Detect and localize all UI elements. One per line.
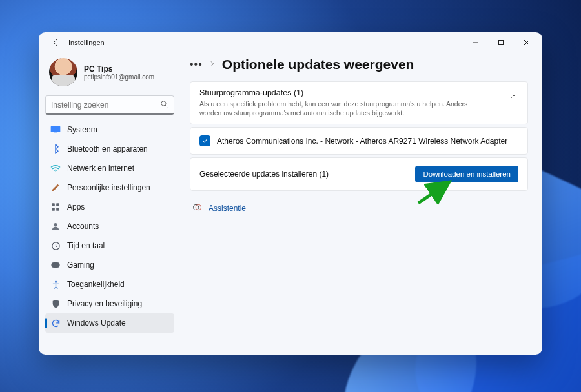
update-checkbox[interactable]	[199, 135, 210, 146]
help-icon	[192, 202, 202, 214]
chevron-right-icon	[209, 60, 216, 69]
sidebar-item-wifi[interactable]: Netwerk en internet	[45, 159, 174, 178]
sidebar-item-label: Windows Update	[67, 318, 126, 328]
install-card: Geselecteerde updates installeren (1) Do…	[190, 157, 528, 191]
assistance-link[interactable]: Assistentie	[209, 204, 246, 213]
sidebar-item-label: Privacy en beveiliging	[67, 299, 142, 308]
access-icon	[50, 279, 61, 289]
person-icon	[50, 221, 61, 231]
wifi-icon	[50, 163, 61, 173]
sidebar-item-brush[interactable]: Persoonlijke instellingen	[45, 178, 174, 197]
sidebar-item-label: Tijd en taal	[67, 241, 105, 250]
svg-rect-8	[56, 208, 59, 211]
sidebar-item-access[interactable]: Toegankelijkheid	[45, 275, 174, 294]
sidebar-item-bluetooth[interactable]: Bluetooth en apparaten	[45, 139, 174, 159]
help-link-row: Assistentie	[190, 202, 528, 214]
sidebar-item-person[interactable]: Accounts	[45, 217, 174, 236]
brush-icon	[50, 182, 61, 193]
svg-rect-0	[499, 41, 504, 45]
search-input[interactable]	[51, 101, 156, 110]
sidebar: PC Tips pctipsinfo01@gmail.com SysteemBl…	[39, 53, 181, 355]
sidebar-item-label: Netwerk en internet	[67, 164, 134, 173]
profile-block[interactable]: PC Tips pctipsinfo01@gmail.com	[45, 57, 174, 92]
search-icon	[160, 100, 168, 110]
svg-rect-5	[52, 203, 55, 206]
clock-icon	[50, 240, 61, 251]
svg-rect-11	[51, 262, 59, 268]
avatar	[49, 58, 77, 86]
breadcrumb-more-button[interactable]: •••	[190, 59, 203, 70]
back-button[interactable]	[46, 34, 65, 52]
sidebar-item-system[interactable]: Systeem	[45, 120, 174, 139]
svg-point-4	[55, 171, 56, 172]
maximize-button[interactable]	[488, 32, 514, 53]
sidebar-item-label: Systeem	[67, 125, 97, 134]
svg-rect-7	[52, 208, 55, 211]
close-button[interactable]	[514, 32, 540, 53]
minimize-button[interactable]	[462, 32, 488, 53]
section-header[interactable]: Stuurprogramma-updates (1) Als u een spe…	[190, 82, 527, 124]
shield-icon	[50, 299, 61, 309]
sidebar-item-game[interactable]: Gaming	[45, 255, 174, 275]
profile-email: pctipsinfo01@gmail.com	[84, 74, 154, 81]
sidebar-item-label: Bluetooth en apparaten	[67, 144, 148, 153]
game-icon	[50, 260, 61, 270]
svg-rect-6	[56, 203, 59, 206]
bluetooth-icon	[50, 144, 61, 154]
sidebar-item-update[interactable]: Windows Update	[45, 313, 174, 333]
svg-rect-2	[51, 126, 61, 132]
search-box[interactable]	[45, 95, 174, 115]
section-subtitle: Als u een specifiek probleem hebt, kan e…	[199, 99, 484, 117]
page-title: Optionele updates weergeven	[222, 57, 414, 72]
section-title: Stuurprogramma-updates (1)	[199, 88, 484, 97]
update-label: Atheros Communications Inc. - Network - …	[217, 137, 507, 146]
sidebar-item-label: Apps	[67, 202, 85, 211]
update-item-card: Atheros Communications Inc. - Network - …	[190, 127, 528, 155]
sidebar-item-label: Toegankelijkheid	[67, 280, 125, 289]
update-icon	[50, 318, 61, 328]
main-content: ••• Optionele updates weergeven Stuurpro…	[181, 53, 542, 355]
svg-point-12	[54, 280, 56, 282]
chevron-up-icon[interactable]	[509, 92, 518, 101]
sidebar-item-shield[interactable]: Privacy en beveiliging	[45, 294, 174, 313]
system-icon	[50, 124, 61, 135]
nav-list: SysteemBluetooth en apparatenNetwerk en …	[45, 120, 174, 333]
sidebar-item-label: Accounts	[67, 222, 99, 231]
breadcrumb: ••• Optionele updates weergeven	[190, 57, 528, 72]
window-title: Instellingen	[68, 39, 105, 46]
settings-window: Instellingen PC Tips pctipsinfo01@gmail.…	[39, 32, 542, 355]
apps-icon	[50, 202, 61, 212]
install-count-label: Geselecteerde updates installeren (1)	[199, 170, 329, 179]
sidebar-item-label: Gaming	[67, 260, 94, 270]
svg-point-9	[54, 223, 57, 226]
sidebar-item-apps[interactable]: Apps	[45, 197, 174, 217]
profile-name: PC Tips	[84, 64, 154, 74]
driver-updates-section: Stuurprogramma-updates (1) Als u een spe…	[190, 81, 528, 124]
sidebar-item-label: Persoonlijke instellingen	[67, 183, 150, 192]
sidebar-item-clock[interactable]: Tijd en taal	[45, 236, 174, 255]
download-install-button[interactable]: Downloaden en installeren	[415, 166, 518, 182]
titlebar: Instellingen	[39, 32, 542, 53]
svg-rect-3	[54, 133, 57, 133]
